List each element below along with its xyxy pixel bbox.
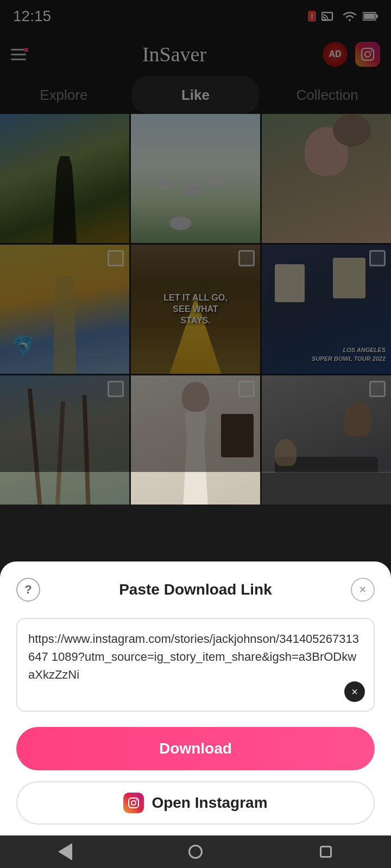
- paste-download-modal: ? Paste Download Link × https://www.inst…: [0, 561, 391, 835]
- nav-back-button[interactable]: [52, 838, 79, 865]
- back-icon: [58, 843, 72, 860]
- svg-point-9: [136, 799, 137, 800]
- modal-title: Paste Download Link: [40, 581, 351, 598]
- open-instagram-button[interactable]: Open Instagram: [16, 781, 375, 825]
- clear-url-button[interactable]: ×: [344, 681, 365, 702]
- help-icon[interactable]: ?: [16, 578, 40, 602]
- open-instagram-label: Open Instagram: [152, 794, 267, 812]
- modal-header: ? Paste Download Link ×: [16, 578, 375, 602]
- url-input-text: https://www.instagram.com/stories/jackjo…: [28, 632, 359, 681]
- nav-home-button[interactable]: [182, 838, 209, 865]
- url-input-container[interactable]: https://www.instagram.com/stories/jackjo…: [16, 618, 375, 712]
- nav-recents-button[interactable]: [312, 838, 339, 865]
- svg-point-8: [131, 801, 136, 805]
- modal-overlay: [0, 0, 391, 472]
- modal-close-button[interactable]: ×: [351, 578, 375, 602]
- navigation-bar: [0, 835, 391, 868]
- recents-icon: [320, 846, 332, 858]
- instagram-small-icon: [123, 793, 144, 813]
- home-icon: [188, 845, 203, 859]
- download-button[interactable]: Download: [16, 727, 375, 770]
